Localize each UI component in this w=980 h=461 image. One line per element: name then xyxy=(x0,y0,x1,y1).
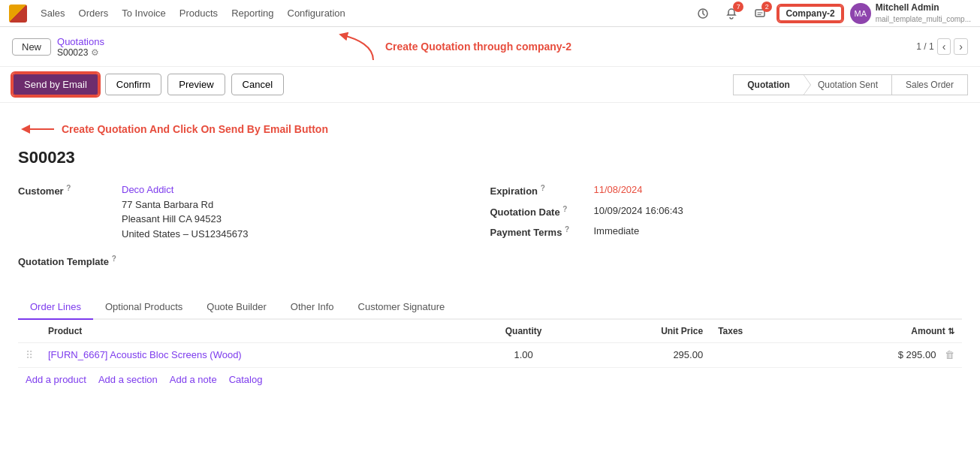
expiration-field: Expiration ? 11/08/2024 xyxy=(490,182,963,197)
cancel-button[interactable]: Cancel xyxy=(231,74,284,95)
top-navigation: Sales Orders To Invoice Products Reporti… xyxy=(0,0,980,27)
nav-to-invoice[interactable]: To Invoice xyxy=(122,8,166,19)
col-product-header: Product xyxy=(41,320,466,343)
new-button[interactable]: New xyxy=(12,38,51,56)
add-product-link[interactable]: Add a product xyxy=(26,374,86,385)
main-content: Create Quotation And Click On Send By Em… xyxy=(0,103,980,406)
breadcrumb: Quotations S00023 ⚙ xyxy=(57,36,104,58)
quotation-date-field: Quotation Date ? 10/09/2024 16:06:43 xyxy=(490,203,963,218)
order-lines-table: Product Quantity Unit Price Taxes Amount… xyxy=(18,320,962,368)
preview-button[interactable]: Preview xyxy=(167,74,225,95)
annotation-banner: Create Quotation And Click On Send By Em… xyxy=(18,118,962,140)
customer-value: Deco Addict 77 Santa Barbara Rd Pleasant… xyxy=(122,182,248,241)
tab-order-lines[interactable]: Order Lines xyxy=(18,295,93,320)
payment-terms-field: Payment Terms ? Immediate xyxy=(490,224,963,239)
notification-icon[interactable]: 7 xyxy=(721,3,742,24)
breadcrumb-current: S00023 ⚙ xyxy=(57,47,104,58)
customer-label: Customer ? xyxy=(18,182,116,197)
settings-gear-icon[interactable]: ⚙ xyxy=(91,47,99,58)
add-section-link[interactable]: Add a section xyxy=(98,374,158,385)
annotation-arrow-1 xyxy=(336,32,381,62)
unit-price-cell[interactable]: 295.00 xyxy=(582,342,711,367)
company-button[interactable]: Company-2 xyxy=(778,5,842,22)
tab-optional-products[interactable]: Optional Products xyxy=(93,295,194,320)
quantity-cell[interactable]: 1.00 xyxy=(466,342,582,367)
amount-value: $ 295.00 xyxy=(898,349,936,360)
quotation-date-value: 10/09/2024 16:06:43 xyxy=(594,203,683,218)
pagination: 1 / 1 ‹ › xyxy=(916,38,968,55)
tab-other-info[interactable]: Other Info xyxy=(279,295,346,320)
step-sales-order[interactable]: Sales Order xyxy=(891,74,968,95)
prev-record-button[interactable]: ‹ xyxy=(937,38,951,55)
quotation-template-field: Quotation Template ? xyxy=(18,253,490,268)
message-icon[interactable]: 2 xyxy=(749,3,770,24)
user-menu[interactable]: MA Mitchell Admin mail_template_multi_co… xyxy=(850,2,971,24)
next-record-button[interactable]: › xyxy=(954,38,968,55)
annotation-company: Create Quotation through company-2 xyxy=(336,32,571,62)
form-left: Customer ? Deco Addict 77 Santa Barbara … xyxy=(18,182,490,280)
quotation-date-label: Quotation Date ? xyxy=(490,203,588,218)
user-info-text: Mitchell Admin mail_template_multi_comp.… xyxy=(876,2,971,24)
add-note-link[interactable]: Add a note xyxy=(170,374,217,385)
app-logo xyxy=(9,5,27,23)
catalog-link[interactable]: Catalog xyxy=(229,374,263,385)
amount-cell: $ 295.00 🗑 xyxy=(801,342,962,367)
amount-sort-icon[interactable]: ⇅ xyxy=(948,327,954,336)
payment-terms-help[interactable]: ? xyxy=(565,225,569,234)
payment-terms-label: Payment Terms ? xyxy=(490,224,588,238)
quotation-template-value[interactable] xyxy=(122,253,213,268)
customer-name[interactable]: Deco Addict xyxy=(122,182,248,197)
nav-reporting[interactable]: Reporting xyxy=(231,8,273,19)
quotation-template-label: Quotation Template ? xyxy=(18,253,116,267)
tab-customer-signature[interactable]: Customer Signature xyxy=(346,295,457,320)
quotation-date-help[interactable]: ? xyxy=(562,205,567,213)
confirm-button[interactable]: Confirm xyxy=(105,74,162,95)
drag-handle-icon[interactable]: ⠿ xyxy=(26,349,33,361)
expiration-value: 11/08/2024 xyxy=(594,182,643,197)
customer-address3: United States – US12345673 xyxy=(122,227,248,242)
notification-badge: 7 xyxy=(733,2,743,12)
step-quotation[interactable]: Quotation xyxy=(733,74,804,95)
nav-orders[interactable]: Orders xyxy=(79,8,109,19)
template-help[interactable]: ? xyxy=(112,255,116,263)
send-by-email-button[interactable]: Send by Email xyxy=(12,73,99,96)
step-quotation-sent[interactable]: Quotation Sent xyxy=(804,74,892,95)
col-unit-price-header: Unit Price xyxy=(582,320,711,343)
table-row: ⠿ [FURN_6667] Acoustic Bloc Screens (Woo… xyxy=(18,342,962,367)
delete-row-icon[interactable]: 🗑 xyxy=(945,349,954,360)
tabs: Order Lines Optional Products Quote Buil… xyxy=(18,295,962,320)
nav-products[interactable]: Products xyxy=(179,8,218,19)
avatar: MA xyxy=(850,3,871,24)
col-drag xyxy=(18,320,41,343)
page-number: 1 / 1 xyxy=(916,41,933,52)
taxes-cell[interactable] xyxy=(710,342,801,367)
status-steps: Quotation Quotation Sent Sales Order xyxy=(733,74,968,95)
breadcrumb-parent[interactable]: Quotations xyxy=(57,36,104,47)
user-name: Mitchell Admin xyxy=(876,2,971,14)
payment-terms-value[interactable]: Immediate xyxy=(594,224,640,239)
nav-sales[interactable]: Sales xyxy=(41,8,65,19)
expiration-label: Expiration ? xyxy=(490,182,588,197)
expiration-date[interactable]: 11/08/2024 xyxy=(594,184,643,195)
form-right: Expiration ? 11/08/2024 Quotation Date ?… xyxy=(490,182,963,280)
tab-quote-builder[interactable]: Quote Builder xyxy=(194,295,279,320)
message-badge: 2 xyxy=(761,2,772,12)
annotation-arrow-2 xyxy=(18,118,56,140)
col-quantity-header: Quantity xyxy=(466,320,582,343)
breadcrumb-bar: New Quotations S00023 ⚙ Create Quotation… xyxy=(0,27,980,67)
add-links: Add a product Add a section Add a note C… xyxy=(18,368,962,391)
debug-icon[interactable] xyxy=(692,3,713,24)
annotation-text-1: Create Quotation through company-2 xyxy=(385,41,571,53)
nav-configuration[interactable]: Configuration xyxy=(288,8,345,19)
col-amount-header: Amount ⇅ xyxy=(801,320,962,343)
customer-address1: 77 Santa Barbara Rd xyxy=(122,197,248,212)
annotation-text-2: Create Quotation And Click On Send By Em… xyxy=(62,123,328,135)
quotation-template-input[interactable] xyxy=(122,255,213,266)
customer-help[interactable]: ? xyxy=(66,184,71,192)
document-title: S00023 xyxy=(18,148,962,167)
product-name[interactable]: [FURN_6667] Acoustic Bloc Screens (Wood) xyxy=(48,349,242,360)
product-cell[interactable]: [FURN_6667] Acoustic Bloc Screens (Wood) xyxy=(41,342,466,367)
avatar-initials: MA xyxy=(854,9,867,18)
action-bar: Send by Email Confirm Preview Cancel Quo… xyxy=(0,67,980,103)
expiration-help[interactable]: ? xyxy=(541,184,545,192)
